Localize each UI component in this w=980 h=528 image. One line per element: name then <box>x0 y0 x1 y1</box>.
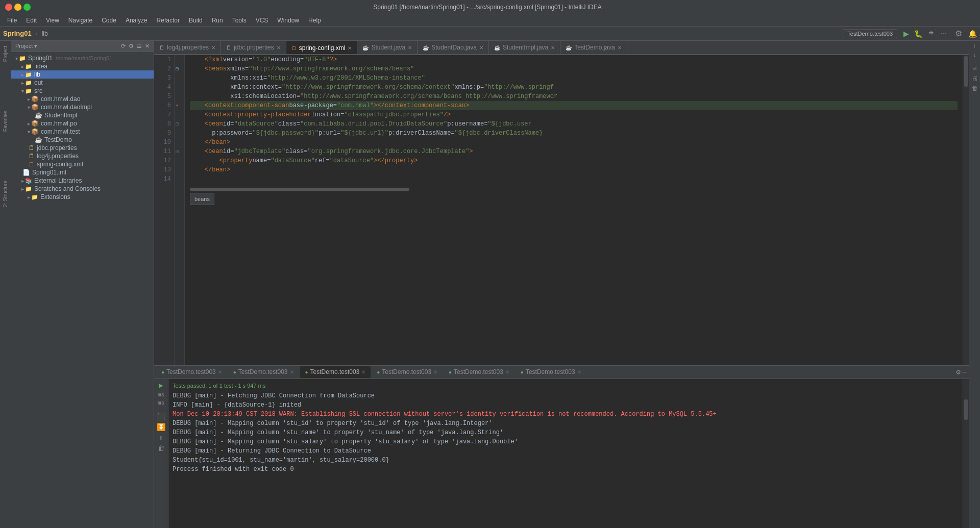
tree-item-idea[interactable]: ▸ 📁 .idea <box>11 62 154 70</box>
run-ms-icon-2[interactable]: ms <box>158 400 164 406</box>
menu-build[interactable]: Build <box>185 16 207 25</box>
run-tabs: ● TestDemo.test003 ✕ ● TestDemo.test003 … <box>154 366 969 379</box>
tree-item-spring-config[interactable]: 🗒 spring-config.xml <box>11 160 154 168</box>
close-run-tab-3[interactable]: ✕ <box>433 369 437 375</box>
tree-item-scratches[interactable]: ▸ 📁 Scratches and Consoles <box>11 185 154 193</box>
right-down-icon[interactable]: ↓ <box>973 52 976 59</box>
gear-icon[interactable]: ⚙ <box>129 43 134 49</box>
run-tab-1[interactable]: ● TestDemo.test003 ✕ <box>228 366 299 378</box>
close-tab-student[interactable]: ✕ <box>408 45 412 51</box>
tree-item-extensions[interactable]: ▸ 📁 Extensions <box>11 193 154 201</box>
right-print-icon[interactable]: 🖨 <box>972 75 978 83</box>
close-btn[interactable] <box>5 4 12 11</box>
close-tab-studentdao[interactable]: ✕ <box>479 45 483 51</box>
fold-icon-2[interactable]: ⊟ <box>176 64 183 73</box>
close-tab-studentimpl[interactable]: ✕ <box>551 45 555 51</box>
debug-button[interactable]: 🐛 <box>914 30 923 38</box>
tab-testdemo[interactable]: ☕ TestDemo.java ✕ <box>560 41 627 54</box>
menu-run[interactable]: Run <box>208 16 227 25</box>
menu-analyze[interactable]: Analyze <box>121 16 152 25</box>
tree-item-testdemo[interactable]: ☕ TestDemo <box>11 136 154 144</box>
run-step-icon[interactable]: ⏬ <box>157 423 165 432</box>
close-run-tab-5[interactable]: ✕ <box>577 369 581 375</box>
close-panel-icon[interactable]: ✕ <box>145 43 150 49</box>
coverage-button[interactable]: ☂ <box>928 30 935 38</box>
tree-item-src[interactable]: ▾ 📁 src <box>11 87 154 95</box>
run-tab-0[interactable]: ● TestDemo.test003 ✕ <box>156 366 227 378</box>
menu-file[interactable]: File <box>3 16 21 25</box>
left-tab-structure[interactable]: 2: Structure <box>2 178 9 210</box>
menu-window[interactable]: Window <box>273 16 303 25</box>
run-line-3: DEBUG [main] - Mapping column 'stu_id' t… <box>173 419 959 428</box>
run-ms-icon-1[interactable]: ms <box>158 392 164 398</box>
editor-scrollbar[interactable] <box>963 55 969 365</box>
left-tab-favorites[interactable]: Favorites <box>2 108 9 135</box>
settings-run-icon[interactable]: ⚙ <box>956 368 960 376</box>
close-run-tab-2[interactable]: ✕ <box>361 369 365 375</box>
tab-spring-config[interactable]: 🗒 spring-config.xml ✕ <box>286 41 358 54</box>
run-up-icon[interactable]: ⬆ <box>159 434 163 442</box>
settings-icon[interactable]: ⚙ <box>955 29 962 38</box>
close-run-tab-4[interactable]: ✕ <box>505 369 509 375</box>
menu-tools[interactable]: Tools <box>228 16 251 25</box>
tree-item-log4j-props[interactable]: 🗒 log4j.properties <box>11 152 154 160</box>
run-stop-icon[interactable]: ⬛ <box>157 412 165 421</box>
run-tab-5[interactable]: ● TestDemo.test003 ✕ <box>516 366 586 378</box>
run-tab-3[interactable]: ● TestDemo.test003 ✕ <box>372 366 443 378</box>
close-tab-jdbc[interactable]: ✕ <box>277 45 281 51</box>
tree-item-test[interactable]: ▾ 📦 com.hmwl.test <box>11 128 154 136</box>
panel-settings-icon[interactable]: ☰ <box>137 43 142 49</box>
right-wrap-icon[interactable]: ⏎ <box>973 65 976 73</box>
run-panel-body: ▶ ms ms ⬛ ⏬ ⬆ 🗑 Tests passed: 1 of 1 tes… <box>154 379 969 528</box>
left-tab-project[interactable]: Project <box>2 43 9 65</box>
more-run-options[interactable]: ⋯ <box>941 30 947 37</box>
close-run-tab-1[interactable]: ✕ <box>290 369 294 375</box>
close-tab-spring-config[interactable]: ✕ <box>348 45 352 51</box>
minimize-panel-icon[interactable]: — <box>963 368 967 376</box>
run-button[interactable]: ▶ <box>903 30 909 38</box>
breadcrumb-tooltip: beans <box>190 193 214 205</box>
tree-item-lib[interactable]: ▸ 📁 lib <box>11 70 154 79</box>
tree-item-daoimpl[interactable]: ▾ 📦 com.hmwl.daoImpl <box>11 103 154 111</box>
close-run-tab-0[interactable]: ✕ <box>218 369 222 375</box>
code-line-11: <bean id= "jdbcTemplate" class= "org.spr… <box>190 147 958 156</box>
minimize-btn[interactable] <box>14 4 21 11</box>
tree-item-external-libs[interactable]: ▸ 📚 External Libraries <box>11 177 154 185</box>
sync-icon[interactable]: ⟳ <box>121 43 126 49</box>
tab-studentdao[interactable]: ☕ StudentDao.java ✕ <box>418 41 489 54</box>
run-trash-icon[interactable]: 🗑 <box>158 444 165 452</box>
fix-icon-6[interactable]: ⚡ <box>176 101 183 110</box>
menu-navigate[interactable]: Navigate <box>64 16 96 25</box>
tab-student[interactable]: ☕ Student.java ✕ <box>357 41 418 54</box>
tree-item-iml[interactable]: 📄 Spring01.iml <box>11 168 154 177</box>
run-tab-2[interactable]: ● TestDemo.test003 ✕ <box>300 366 371 378</box>
close-tab-log4j[interactable]: ✕ <box>211 45 215 51</box>
output-scrollbar[interactable] <box>963 379 969 528</box>
tab-log4j[interactable]: 🗒 log4j.properties ✕ <box>154 41 221 54</box>
run-play-icon[interactable]: ▶ <box>159 381 163 390</box>
right-trash-icon[interactable]: 🗑 <box>972 85 978 92</box>
fold-icon-8[interactable]: ⊟ <box>176 119 183 129</box>
maximize-btn[interactable] <box>23 4 31 11</box>
close-tab-testdemo[interactable]: ✕ <box>618 45 622 51</box>
menu-view[interactable]: View <box>42 16 63 25</box>
code-area[interactable]: <?xml version= "1.0" encoding= "UTF-8" ?… <box>185 55 963 365</box>
tree-item-spring01[interactable]: ▾ 📁 Spring01 /home/martin/Spring01 <box>11 54 154 62</box>
notifications-icon[interactable]: 🔔 <box>968 30 977 38</box>
run-tab-4[interactable]: ● TestDemo.test003 ✕ <box>444 366 514 378</box>
menu-edit[interactable]: Edit <box>22 16 41 25</box>
menu-code[interactable]: Code <box>97 16 120 25</box>
tree-item-dao[interactable]: ▸ 📦 com.hmwl.dao <box>11 95 154 103</box>
tree-item-out[interactable]: ▸ 📁 out <box>11 79 154 87</box>
tab-jdbc[interactable]: 🗒 jdbc.properties ✕ <box>221 41 286 54</box>
tree-item-studentimpl[interactable]: ☕ StudentImpl <box>11 111 154 119</box>
tree-item-po[interactable]: ▸ 📦 com.hmwl.po <box>11 119 154 128</box>
right-up-icon[interactable]: ↑ <box>973 43 976 50</box>
tree-item-jdbc-props[interactable]: 🗒 jdbc.properties <box>11 144 154 152</box>
run-config-selector[interactable]: TestDemo.test003 <box>843 29 897 38</box>
fold-icon-11[interactable]: ⊟ <box>176 147 183 156</box>
menu-vcs[interactable]: VCS <box>252 16 273 25</box>
tab-studentimpl[interactable]: ☕ StudentImpl.java ✕ <box>489 41 560 54</box>
menu-help[interactable]: Help <box>304 16 325 25</box>
menu-refactor[interactable]: Refactor <box>153 16 184 25</box>
